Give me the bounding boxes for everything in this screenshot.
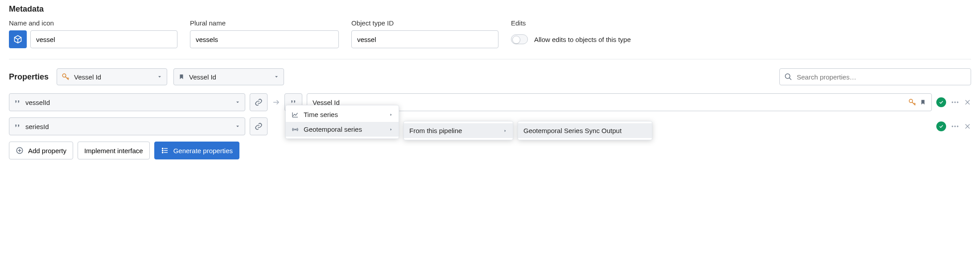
properties-header: Properties Vessel Id Vessel Id bbox=[9, 68, 971, 85]
title-selector-label: Vessel Id bbox=[189, 73, 216, 81]
search-icon bbox=[784, 73, 792, 81]
object-type-id-input[interactable] bbox=[351, 30, 498, 48]
title-selector[interactable]: Vessel Id bbox=[173, 68, 284, 85]
broadcast-icon bbox=[291, 126, 299, 133]
bookmark-icon bbox=[178, 74, 185, 80]
more-actions-button[interactable] bbox=[951, 98, 959, 107]
button-label: Add property bbox=[28, 147, 66, 155]
object-type-id-label: Object type ID bbox=[351, 19, 498, 27]
chevron-down-icon bbox=[157, 74, 162, 79]
key-icon bbox=[62, 73, 70, 81]
status-ok-badge bbox=[936, 121, 946, 131]
link-button[interactable] bbox=[250, 117, 268, 135]
edits-field: Edits Allow edits to objects of this typ… bbox=[511, 19, 631, 48]
property-source-label: vesselId bbox=[25, 99, 50, 106]
plural-name-field: Plural name bbox=[190, 19, 339, 48]
link-icon bbox=[255, 122, 263, 130]
chevron-down-icon bbox=[274, 74, 279, 79]
arrow-right-icon bbox=[272, 98, 280, 106]
chevron-down-icon bbox=[235, 100, 240, 105]
menu-item-sync-output[interactable]: Geotemporal Series Sync Output bbox=[518, 123, 652, 138]
svg-point-12 bbox=[162, 150, 163, 151]
chevron-right-icon bbox=[389, 113, 393, 117]
chevron-down-icon bbox=[235, 124, 240, 129]
chevron-right-icon bbox=[503, 129, 507, 133]
menu-item-time-series[interactable]: Time series bbox=[286, 107, 399, 122]
svg-point-1 bbox=[785, 74, 790, 79]
series-source-menu: From this pipeline bbox=[404, 121, 513, 140]
string-type-icon bbox=[14, 123, 21, 130]
name-and-icon-label: Name and icon bbox=[9, 19, 177, 27]
object-type-icon[interactable] bbox=[9, 30, 27, 48]
allow-edits-toggle[interactable] bbox=[511, 34, 528, 44]
generate-properties-button[interactable]: Generate properties bbox=[154, 142, 239, 159]
plural-name-label: Plural name bbox=[190, 19, 339, 27]
remove-property-button[interactable] bbox=[964, 99, 971, 106]
context-menu-layer: Time series Geotemporal series bbox=[285, 92, 652, 139]
menu-item-geotemporal-series[interactable]: Geotemporal series bbox=[286, 122, 399, 137]
link-icon bbox=[255, 98, 263, 106]
menu-item-label: Geotemporal series bbox=[304, 125, 362, 133]
plus-circle-icon bbox=[16, 146, 24, 155]
menu-item-label: From this pipeline bbox=[409, 127, 462, 134]
property-source-label: seriesId bbox=[25, 123, 49, 130]
object-type-id-field: Object type ID bbox=[351, 19, 498, 48]
properties-section-title: Properties bbox=[9, 72, 49, 82]
implement-interface-button[interactable]: Implement interface bbox=[78, 142, 150, 159]
property-source-selector[interactable]: seriesId bbox=[9, 117, 245, 135]
search-properties-input-wrap[interactable] bbox=[779, 68, 971, 85]
svg-point-13 bbox=[162, 152, 163, 153]
properties-rows: vesselId bbox=[9, 93, 971, 135]
property-source-selector[interactable]: vesselId bbox=[9, 93, 245, 111]
button-label: Implement interface bbox=[84, 147, 143, 155]
svg-point-6 bbox=[952, 125, 953, 127]
button-label: Generate properties bbox=[173, 147, 233, 155]
status-ok-badge bbox=[936, 97, 946, 107]
string-type-icon bbox=[14, 99, 21, 106]
menu-item-label: Geotemporal Series Sync Output bbox=[523, 127, 622, 134]
name-input[interactable] bbox=[30, 30, 177, 48]
svg-point-8 bbox=[957, 125, 958, 127]
edits-label: Edits bbox=[511, 19, 631, 27]
series-type-menu: Time series Geotemporal series bbox=[285, 105, 399, 139]
svg-point-11 bbox=[162, 148, 163, 149]
cube-icon bbox=[13, 35, 22, 44]
allow-edits-label: Allow edits to objects of this type bbox=[534, 36, 631, 43]
title-badge-icon bbox=[920, 99, 926, 105]
primary-key-selector-label: Vessel Id bbox=[74, 73, 101, 81]
metadata-row: Name and icon Plural name bbox=[9, 19, 971, 59]
link-button[interactable] bbox=[250, 93, 268, 111]
name-and-icon-field: Name and icon bbox=[9, 19, 177, 48]
list-icon bbox=[161, 146, 169, 155]
check-icon bbox=[939, 100, 944, 105]
properties-footer-buttons: Add property Implement interface Generat… bbox=[9, 142, 971, 159]
svg-point-4 bbox=[954, 101, 955, 103]
chevron-right-icon bbox=[389, 127, 393, 132]
check-icon bbox=[939, 124, 944, 129]
line-chart-icon bbox=[291, 111, 299, 118]
more-actions-button[interactable] bbox=[951, 122, 959, 131]
svg-point-7 bbox=[954, 125, 955, 127]
menu-item-label: Time series bbox=[304, 111, 338, 118]
svg-point-5 bbox=[957, 101, 958, 103]
svg-point-9 bbox=[295, 129, 296, 130]
menu-item-from-pipeline[interactable]: From this pipeline bbox=[404, 123, 513, 138]
series-output-menu: Geotemporal Series Sync Output bbox=[518, 121, 652, 140]
remove-property-button[interactable] bbox=[964, 123, 971, 130]
add-property-button[interactable]: Add property bbox=[9, 142, 73, 159]
search-properties-input[interactable] bbox=[796, 73, 966, 81]
metadata-section-title: Metadata bbox=[9, 4, 971, 14]
primary-key-badge-icon bbox=[908, 98, 916, 106]
svg-point-3 bbox=[952, 101, 953, 103]
plural-name-input[interactable] bbox=[190, 30, 339, 48]
primary-key-selector[interactable]: Vessel Id bbox=[57, 68, 167, 85]
